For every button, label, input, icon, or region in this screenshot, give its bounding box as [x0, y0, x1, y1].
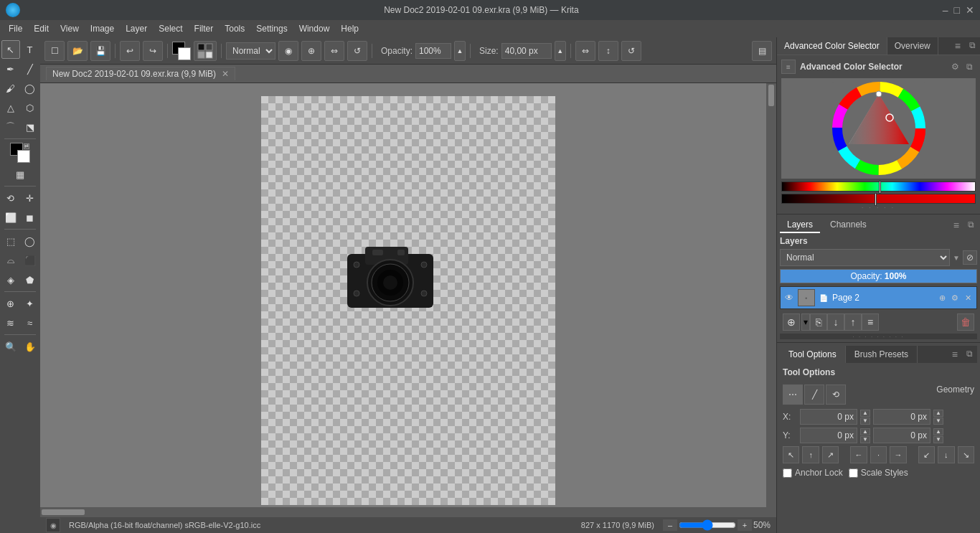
mirror-h-button[interactable]: ⇔: [324, 41, 344, 61]
horizontal-scroll-thumb[interactable]: [42, 509, 85, 515]
opacity-input[interactable]: [415, 43, 451, 59]
layer-item[interactable]: 👁 ▪ 📄 Page 2 ⊕ ⚙ ✕: [781, 287, 976, 308]
menu-edit[interactable]: Edit: [28, 22, 55, 35]
layers-extra-button[interactable]: ≡: [862, 313, 879, 331]
open-document-button[interactable]: 📂: [67, 41, 88, 61]
brush-preset-button[interactable]: [194, 41, 217, 61]
canvas-wrapper[interactable]: [40, 83, 776, 517]
eraser-tool[interactable]: ◯: [21, 79, 39, 98]
maximize-button[interactable]: □: [954, 4, 960, 16]
status-icon[interactable]: ◉: [46, 518, 60, 532]
menu-window[interactable]: Window: [293, 22, 336, 35]
canvas-content[interactable]: [261, 96, 555, 505]
new-document-button[interactable]: ☐: [44, 41, 65, 61]
x-input-1[interactable]: [800, 409, 857, 425]
acs-options-button[interactable]: ≡: [951, 37, 965, 55]
zoom-out-button[interactable]: –: [663, 519, 677, 531]
filter-icon[interactable]: ▼: [953, 254, 960, 262]
size-up-button[interactable]: ▲: [555, 41, 566, 61]
color-slider-track-2[interactable]: [781, 194, 976, 204]
move-layer-down-button[interactable]: ↓: [827, 313, 844, 331]
brush-tool[interactable]: 🖌: [1, 79, 20, 98]
similar-select-tool[interactable]: ◈: [1, 270, 20, 289]
crop-tool[interactable]: ⬜: [1, 208, 20, 227]
x-down-1[interactable]: ▼: [860, 418, 870, 425]
layers-options-button[interactable]: ≡: [951, 217, 962, 233]
zoom-slider[interactable]: [679, 519, 736, 531]
color-slider-track[interactable]: [781, 181, 976, 192]
tab-channels[interactable]: Channels: [823, 217, 874, 233]
color-wheel-container[interactable]: [781, 78, 976, 179]
rect-select-tool[interactable]: ⬚: [1, 232, 20, 250]
background-color[interactable]: [17, 150, 30, 163]
redo-button[interactable]: ↪: [143, 41, 163, 61]
document-tab-label[interactable]: New Doc2 2019-02-01 09.exr.kra (9,9 MiB): [52, 69, 216, 79]
tool-sub-btn-3[interactable]: ⟲: [826, 385, 846, 405]
smudge-tool[interactable]: ≈: [21, 313, 39, 332]
x-up-2[interactable]: ▲: [933, 410, 943, 417]
anchor-lock-label[interactable]: Anchor Lock: [795, 468, 843, 478]
menu-settings[interactable]: Settings: [250, 22, 293, 35]
y-down-2[interactable]: ▼: [933, 436, 943, 443]
scale-styles-label[interactable]: Scale Styles: [861, 468, 908, 478]
y-up-2[interactable]: ▲: [933, 428, 943, 435]
tab-overview[interactable]: Overview: [887, 37, 938, 55]
acs-options-icon[interactable]: ⚙: [948, 60, 962, 73]
y-input-2[interactable]: [873, 428, 930, 443]
transform-btn-right[interactable]: →: [890, 446, 906, 463]
move-layer-up-button[interactable]: ↑: [844, 313, 862, 331]
mirror-canvas-v-button[interactable]: ↕: [598, 41, 618, 61]
y-up-1[interactable]: ▲: [860, 428, 870, 435]
size-input[interactable]: [501, 43, 552, 59]
path-select-tool[interactable]: ⬔: [21, 118, 39, 136]
tool-sub-btn-2[interactable]: ╱: [804, 385, 824, 405]
tab-advanced-color-selector[interactable]: Advanced Color Selector: [777, 37, 887, 55]
tab-brush-presets[interactable]: Brush Presets: [846, 346, 918, 363]
acs-float-button[interactable]: ⧉: [965, 37, 980, 55]
menu-tools[interactable]: Tools: [219, 22, 250, 35]
layer-settings-button[interactable]: ⚙: [949, 292, 961, 303]
x-down-2[interactable]: ▼: [933, 418, 943, 425]
pan-tool[interactable]: ✋: [21, 337, 39, 356]
pattern-tool[interactable]: ▦: [11, 165, 29, 184]
text-tool[interactable]: T: [21, 40, 39, 59]
transform-btn-bottom-right[interactable]: ↘: [958, 446, 974, 463]
transform-btn-left[interactable]: ←: [850, 446, 867, 463]
minimize-button[interactable]: –: [943, 4, 948, 16]
canvas-vertical-scrollbar[interactable]: [766, 83, 776, 507]
path-shape-select-tool[interactable]: ⬟: [21, 270, 39, 289]
anchor-lock-checkbox[interactable]: [783, 468, 792, 478]
gradient-tool[interactable]: ◼: [21, 208, 39, 227]
polygon-tool[interactable]: ⬡: [21, 98, 39, 117]
acs-float-icon[interactable]: ⧉: [963, 60, 976, 73]
blend-mode-select[interactable]: Normal: [226, 42, 275, 60]
menu-filter[interactable]: Filter: [189, 22, 220, 35]
add-layer-button[interactable]: ⊕: [783, 313, 800, 331]
layer-name[interactable]: Page 2: [832, 293, 933, 303]
tool-options-float-button[interactable]: ⧉: [962, 346, 977, 363]
eraser-mode-button[interactable]: ◉: [278, 41, 298, 61]
tab-tool-options[interactable]: Tool Options: [780, 346, 846, 363]
transform-btn-top-left[interactable]: ↖: [783, 446, 799, 463]
contiguous-select-tool[interactable]: ⬛: [21, 251, 39, 270]
smart-patch-tool[interactable]: ✦: [21, 294, 39, 313]
move-tool[interactable]: ✛: [21, 189, 39, 207]
layer-delete-button[interactable]: ✕: [962, 292, 974, 303]
vertical-scroll-thumb[interactable]: [768, 85, 774, 106]
transform-btn-bottom-left[interactable]: ↙: [918, 446, 935, 463]
shape-tool[interactable]: △: [1, 98, 20, 117]
y-down-1[interactable]: ▼: [860, 436, 870, 443]
menu-layer[interactable]: Layer: [120, 22, 153, 35]
close-button[interactable]: ✕: [966, 4, 974, 16]
ellipse-select-tool[interactable]: ◯: [21, 232, 39, 250]
delete-layer-button[interactable]: 🗑: [957, 313, 974, 331]
document-tab-close[interactable]: ✕: [222, 69, 229, 79]
add-layer-type-button[interactable]: ▾: [801, 313, 810, 331]
undo-button[interactable]: ↩: [120, 41, 140, 61]
save-document-button[interactable]: 💾: [90, 41, 110, 61]
rotate-canvas-button[interactable]: ↺: [621, 41, 641, 61]
menu-view[interactable]: View: [55, 22, 85, 35]
bezier-tool[interactable]: ⌒: [1, 118, 20, 136]
layers-blend-mode-select[interactable]: Normal: [780, 249, 950, 266]
mirror-canvas-h-button[interactable]: ⇔: [575, 41, 595, 61]
